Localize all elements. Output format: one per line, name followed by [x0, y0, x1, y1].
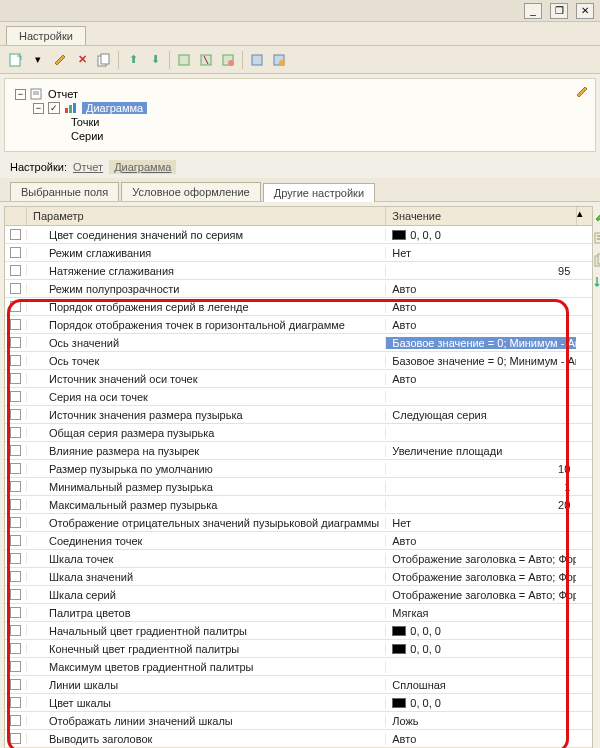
param-cell[interactable]: Отображать линии значений шкалы	[27, 715, 386, 727]
tab-conditional-format[interactable]: Условное оформление	[121, 182, 260, 201]
row-checkbox[interactable]	[10, 517, 21, 528]
action1-icon[interactable]	[176, 52, 192, 68]
value-cell[interactable]: Увеличение площади	[386, 445, 576, 457]
action5-icon[interactable]	[271, 52, 287, 68]
table-row[interactable]: Порядок отображения серий в легендеАвто	[5, 298, 592, 316]
row-checkbox[interactable]	[10, 229, 21, 240]
row-checkbox[interactable]	[10, 445, 21, 456]
row-checkbox[interactable]	[10, 391, 21, 402]
param-cell[interactable]: Общая серия размера пузырька	[27, 427, 386, 439]
value-cell[interactable]: Базовое значение = 0; Минимум - Авто...	[386, 355, 576, 367]
table-row[interactable]: Максимальный размер пузырька20	[5, 496, 592, 514]
table-row[interactable]: Источник значения размера пузырькаСледую…	[5, 406, 592, 424]
copy-icon[interactable]	[96, 52, 112, 68]
side-prop-icon[interactable]	[593, 230, 600, 246]
param-cell[interactable]: Максимум цветов градиентной палитры	[27, 661, 386, 673]
value-cell[interactable]: 1	[386, 481, 576, 493]
value-cell[interactable]: Следующая серия	[386, 409, 576, 421]
value-cell[interactable]: Нет	[386, 247, 576, 259]
side-edit-icon[interactable]	[593, 208, 600, 224]
value-cell[interactable]: Нет	[386, 517, 576, 529]
collapse-icon[interactable]: −	[33, 103, 44, 114]
table-row[interactable]: Цвет шкалы0, 0, 0	[5, 694, 592, 712]
value-cell[interactable]: 20	[386, 499, 576, 511]
action2-icon[interactable]	[198, 52, 214, 68]
param-cell[interactable]: Соединения точек	[27, 535, 386, 547]
minimize-button[interactable]: _	[524, 3, 542, 19]
value-cell[interactable]: Авто	[386, 535, 576, 547]
param-cell[interactable]: Серия на оси точек	[27, 391, 386, 403]
param-cell[interactable]: Источник значения размера пузырька	[27, 409, 386, 421]
table-row[interactable]: Цвет соединения значений по сериям0, 0, …	[5, 226, 592, 244]
table-row[interactable]: Режим сглаживанияНет	[5, 244, 592, 262]
maximize-button[interactable]: ❐	[550, 3, 568, 19]
param-cell[interactable]: Порядок отображения серий в легенде	[27, 301, 386, 313]
table-row[interactable]: Шкала значенийОтображение заголовка = Ав…	[5, 568, 592, 586]
tree-root-label[interactable]: Отчет	[48, 88, 78, 100]
add-icon[interactable]	[8, 52, 24, 68]
table-row[interactable]: Палитра цветовМягкая	[5, 604, 592, 622]
tree-checkbox[interactable]	[48, 102, 60, 114]
tab-other-settings[interactable]: Другие настройки	[263, 183, 375, 202]
value-cell[interactable]: Авто	[386, 301, 576, 313]
table-row[interactable]: Отображение отрицательных значений пузыр…	[5, 514, 592, 532]
table-row[interactable]: Влияние размера на пузырекУвеличение пло…	[5, 442, 592, 460]
value-cell[interactable]: Ложь	[386, 715, 576, 727]
param-cell[interactable]: Шкала серий	[27, 589, 386, 601]
table-row[interactable]: Порядок отображения точек в горизонтальн…	[5, 316, 592, 334]
param-cell[interactable]: Режим полупрозрачности	[27, 283, 386, 295]
param-cell[interactable]: Ось значений	[27, 337, 386, 349]
table-row[interactable]: Конечный цвет градиентной палитры0, 0, 0	[5, 640, 592, 658]
row-checkbox[interactable]	[10, 643, 21, 654]
param-cell[interactable]: Линии шкалы	[27, 679, 386, 691]
header-param[interactable]: Параметр	[27, 207, 386, 225]
header-value[interactable]: Значение	[386, 207, 576, 225]
table-row[interactable]: Размер пузырька по умолчанию10	[5, 460, 592, 478]
value-cell[interactable]: Авто	[386, 319, 576, 331]
param-cell[interactable]: Источник значений оси точек	[27, 373, 386, 385]
tab-selected-fields[interactable]: Выбранные поля	[10, 182, 119, 201]
action4-icon[interactable]	[249, 52, 265, 68]
edit-tree-icon[interactable]	[575, 85, 589, 99]
table-row[interactable]: Режим полупрозрачностиАвто	[5, 280, 592, 298]
move-up-icon[interactable]: ⬆	[125, 52, 141, 68]
param-cell[interactable]: Начальный цвет градиентной палитры	[27, 625, 386, 637]
row-checkbox[interactable]	[10, 661, 21, 672]
row-checkbox[interactable]	[10, 247, 21, 258]
row-checkbox[interactable]	[10, 607, 21, 618]
dropdown-icon[interactable]: ▾	[30, 52, 46, 68]
value-cell[interactable]: Отображение заголовка = Авто; Форм...	[386, 553, 576, 565]
param-cell[interactable]: Ось точек	[27, 355, 386, 367]
value-cell[interactable]: Авто	[386, 283, 576, 295]
value-cell[interactable]: 0, 0, 0	[386, 229, 576, 241]
value-cell[interactable]: 0, 0, 0	[386, 625, 576, 637]
param-cell[interactable]: Конечный цвет градиентной палитры	[27, 643, 386, 655]
value-cell[interactable]: Авто	[386, 373, 576, 385]
param-cell[interactable]: Минимальный размер пузырька	[27, 481, 386, 493]
table-row[interactable]: Начальный цвет градиентной палитры0, 0, …	[5, 622, 592, 640]
tree-points-label[interactable]: Точки	[71, 116, 99, 128]
param-cell[interactable]: Размер пузырька по умолчанию	[27, 463, 386, 475]
param-cell[interactable]: Шкала значений	[27, 571, 386, 583]
row-checkbox[interactable]	[10, 733, 21, 744]
tree-series-label[interactable]: Серии	[71, 130, 103, 142]
table-row[interactable]: Источник значений оси точекАвто	[5, 370, 592, 388]
delete-icon[interactable]: ✕	[74, 52, 90, 68]
link-report[interactable]: Отчет	[73, 161, 103, 173]
move-down-icon[interactable]: ⬇	[147, 52, 163, 68]
table-row[interactable]: Выводить заголовокАвто	[5, 730, 592, 748]
row-checkbox[interactable]	[10, 319, 21, 330]
row-checkbox[interactable]	[10, 535, 21, 546]
tab-settings[interactable]: Настройки	[6, 26, 86, 45]
param-cell[interactable]: Палитра цветов	[27, 607, 386, 619]
action3-icon[interactable]	[220, 52, 236, 68]
param-cell[interactable]: Порядок отображения точек в горизонтальн…	[27, 319, 386, 331]
close-button[interactable]: ✕	[576, 3, 594, 19]
tree-diagram-label[interactable]: Диаграмма	[82, 102, 147, 114]
row-checkbox[interactable]	[10, 283, 21, 294]
edit-icon[interactable]	[52, 52, 68, 68]
param-cell[interactable]: Влияние размера на пузырек	[27, 445, 386, 457]
row-checkbox[interactable]	[10, 427, 21, 438]
row-checkbox[interactable]	[10, 373, 21, 384]
value-cell[interactable]: Сплошная	[386, 679, 576, 691]
